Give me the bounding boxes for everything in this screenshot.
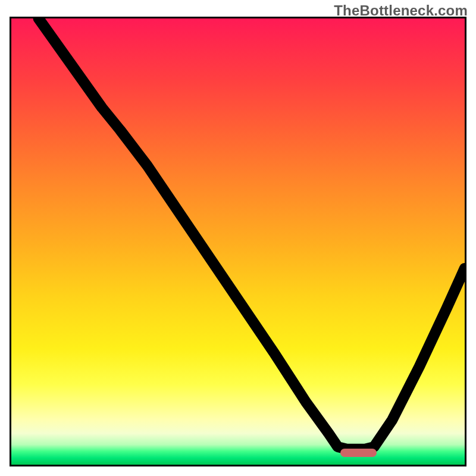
plot-frame: [10, 17, 466, 466]
trough-marker: [340, 449, 377, 457]
chart-stage: TheBottleneck.com: [0, 0, 476, 476]
curve-svg: [11, 18, 465, 465]
bottleneck-curve: [39, 18, 465, 449]
